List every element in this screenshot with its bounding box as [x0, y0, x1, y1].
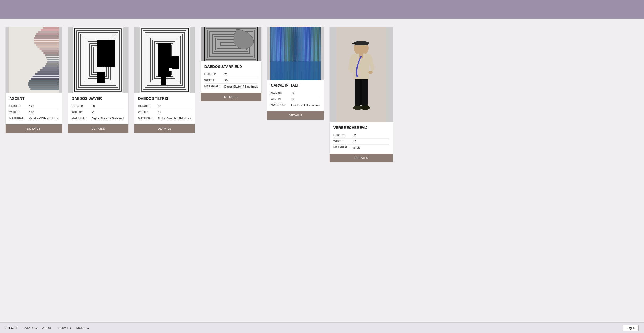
card-material-ascent: MATERIAL: Acryl auf Dibond, Licht — [9, 115, 58, 121]
svg-rect-25 — [31, 78, 59, 80]
card-width-daedos-waver: WIDTH: 21 — [72, 109, 125, 115]
svg-rect-27 — [28, 82, 59, 84]
material-label: MATERIAL: — [204, 85, 222, 88]
svg-rect-23 — [35, 73, 59, 75]
card-height-daedos-waver: HEIGHT: 30 — [72, 103, 125, 109]
footer-nav-howto[interactable]: HOW TO — [58, 326, 71, 330]
card-daedos-tetris: DAEDOS TETRIS HEIGHT: 30 WIDTH: 21 MATER… — [134, 27, 195, 133]
svg-rect-10 — [37, 46, 59, 48]
height-value: 146 — [29, 105, 34, 108]
width-value: 21 — [92, 111, 95, 114]
material-value: Digital Sketch / Siebdruck — [92, 117, 125, 120]
login-button[interactable]: Log in — [623, 325, 639, 331]
svg-rect-60 — [169, 56, 179, 69]
svg-rect-182 — [359, 53, 363, 58]
svg-rect-20 — [42, 67, 59, 69]
height-value: 30 — [92, 105, 95, 108]
card-material-daedos-waver: MATERIAL: Digital Sketch / Siebdruck — [72, 115, 125, 121]
footer-nav-catalog[interactable]: CATALOG — [23, 326, 37, 330]
svg-rect-16 — [47, 59, 59, 60]
svg-rect-11 — [39, 48, 59, 50]
details-button-ascent[interactable]: DETAILS — [6, 124, 62, 133]
details-button-daedos-starfield[interactable]: DETAILS — [201, 93, 261, 101]
svg-rect-19 — [45, 65, 59, 67]
details-button-carve-in-half[interactable]: DETAILS — [267, 111, 324, 120]
material-label: MATERIAL: — [138, 117, 155, 120]
height-value: 30 — [158, 105, 161, 108]
card-carve-in-half: carve in half HEIGHT: 50 WIDTH: 89 MATER… — [267, 27, 324, 120]
svg-rect-44 — [97, 40, 115, 67]
card-title-ascent: ASCENT — [9, 96, 58, 101]
svg-rect-5 — [35, 35, 59, 37]
svg-rect-9 — [36, 44, 59, 46]
material-value: photo — [353, 146, 361, 149]
svg-rect-181 — [352, 43, 356, 44]
artwork-daedos-starfield — [201, 27, 261, 61]
footer-nav-about[interactable]: ABOUT — [42, 326, 53, 330]
material-label: MATERIAL: — [72, 117, 89, 120]
card-height-ascent: HEIGHT: 146 — [9, 103, 58, 109]
material-value: Tusche auf Holzschnitt — [291, 103, 320, 107]
footer-brand: AR-CAT — [5, 326, 17, 330]
height-label: HEIGHT: — [138, 105, 155, 108]
card-info-verbrechervij: VerbrecherEvij HEIGHT: 25 WIDTH: 10 MATE… — [330, 122, 393, 154]
svg-rect-26 — [29, 80, 59, 82]
card-info-daedos-tetris: DAEDOS TETRIS HEIGHT: 30 WIDTH: 21 MATER… — [134, 93, 195, 124]
svg-rect-29 — [29, 86, 59, 88]
artwork-daedos-waver — [68, 27, 128, 93]
svg-rect-62 — [169, 68, 172, 71]
card-width-carve-in-half: WIDTH: 89 — [271, 96, 320, 102]
card-verbrechervij: VerbrecherEvij HEIGHT: 25 WIDTH: 10 MATE… — [329, 27, 393, 162]
card-material-daedos-starfield: MATERIAL: Digital Sketch / Siebdruck — [204, 84, 258, 89]
artwork-carve — [267, 27, 324, 80]
svg-rect-6 — [34, 37, 59, 39]
card-title-verbrechervij: VerbrecherEvij — [333, 126, 389, 130]
card-width-verbrechervij: WIDTH: 10 — [333, 139, 389, 145]
details-button-daedos-waver[interactable]: DETAILS — [68, 124, 128, 133]
svg-rect-21 — [40, 69, 59, 71]
card-ascent: ASCENT HEIGHT: 146 WIDTH: 110 MATERIAL: … — [5, 27, 62, 133]
width-label: WIDTH: — [138, 111, 155, 114]
svg-rect-22 — [37, 71, 59, 73]
svg-rect-184 — [355, 80, 360, 106]
card-title-daedos-starfield: DAEDOS STARFIELD — [204, 64, 258, 69]
card-width-ascent: WIDTH: 110 — [9, 109, 58, 115]
svg-rect-30 — [30, 88, 59, 90]
height-label: HEIGHT: — [9, 105, 27, 108]
material-value: Acryl auf Dibond, Licht — [29, 117, 58, 120]
svg-rect-14 — [45, 54, 59, 56]
card-material-daedos-tetris: MATERIAL: Digital Sketch / Siebdruck — [138, 115, 191, 121]
card-height-daedos-starfield: HEIGHT: 21 — [204, 71, 258, 77]
svg-rect-15 — [46, 57, 59, 58]
material-value: Digital Sketch / Siebdruck — [224, 85, 258, 88]
card-material-carve-in-half: MATERIAL: Tusche auf Holzschnitt — [271, 102, 320, 108]
details-button-daedos-tetris[interactable]: DETAILS — [134, 124, 195, 133]
svg-rect-18 — [46, 63, 59, 65]
card-title-daedos-waver: DAEDOS WAVER — [72, 96, 125, 101]
artwork-daedos-tetris — [134, 27, 195, 93]
svg-point-188 — [368, 71, 373, 74]
card-height-daedos-tetris: HEIGHT: 30 — [138, 103, 191, 109]
svg-rect-176 — [270, 61, 321, 80]
material-label: MATERIAL: — [9, 117, 27, 120]
card-width-daedos-starfield: WIDTH: 30 — [204, 77, 258, 84]
svg-rect-180 — [356, 41, 367, 45]
height-value: 50 — [291, 91, 294, 94]
footer-nav-more[interactable]: More ▲ — [76, 326, 90, 330]
details-button-verbrechervij[interactable]: DETAILS — [330, 154, 393, 162]
width-value: 10 — [353, 140, 356, 143]
material-label: MATERIAL: — [333, 146, 351, 149]
width-value: 21 — [158, 111, 161, 114]
footer: AR-CAT CATALOG ABOUT HOW TO More ▲ Log i… — [0, 322, 644, 333]
card-height-verbrechervij: HEIGHT: 25 — [333, 132, 389, 139]
svg-rect-3 — [38, 31, 59, 33]
card-material-verbrechervij: MATERIAL: photo — [333, 145, 389, 150]
svg-rect-24 — [32, 76, 59, 77]
svg-rect-17 — [47, 61, 59, 63]
svg-rect-4 — [36, 33, 59, 35]
catalog-grid: ASCENT HEIGHT: 146 WIDTH: 110 MATERIAL: … — [0, 19, 644, 170]
svg-rect-45 — [97, 72, 105, 83]
width-label: WIDTH: — [204, 79, 222, 82]
width-value: 110 — [29, 111, 34, 114]
artwork-person — [330, 27, 393, 122]
